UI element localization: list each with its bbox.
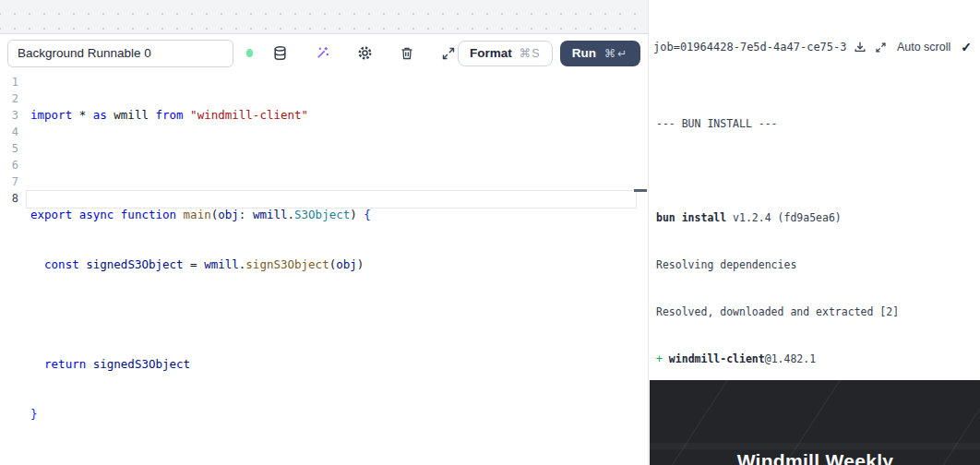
run-button[interactable]: Run ⌘↵ — [560, 41, 640, 66]
code-line: const signedS3Object = wmill.signS3Objec… — [30, 256, 371, 273]
log-line: Resolved, downloaded and extracted [2] — [656, 304, 980, 320]
code-editor[interactable]: 12 34 56 78 import * as wmill from "wind… — [0, 72, 648, 465]
code-line: export async function main(obj: wmill.S3… — [30, 207, 371, 223]
line-number-gutter: 12 34 56 78 — [0, 74, 18, 465]
auto-scroll-label: Auto scroll — [897, 41, 950, 54]
runnable-name-input[interactable] — [7, 40, 233, 67]
log-line: --- BUN INSTALL --- — [656, 116, 980, 132]
expand-logs-icon[interactable] — [873, 40, 889, 55]
job-header-row: job=01964428-7e5d-4a47-ce75-3fae4 Auto s… — [649, 39, 980, 55]
editor-toolbar: Format ⌘S Run ⌘↵ — [0, 34, 648, 72]
code-line: import * as wmill from "windmill-client" — [30, 107, 371, 124]
download-logs-icon[interactable] — [852, 39, 868, 55]
run-shortcut: ⌘↵ — [604, 47, 628, 60]
code-line — [30, 456, 371, 465]
run-label: Run — [572, 46, 596, 60]
ai-wand-icon[interactable] — [313, 43, 332, 63]
code-line — [30, 306, 371, 323]
settings-gear-icon[interactable] — [355, 43, 375, 63]
format-label: Format — [470, 46, 512, 60]
code-line — [30, 157, 371, 173]
preview-decor-band — [650, 443, 980, 449]
auto-scroll-checkmark[interactable]: ✓ — [961, 40, 972, 54]
run-output-panel: job=01964428-7e5d-4a47-ce75-3fae4 Auto s… — [648, 0, 980, 465]
log-line: bun install v1.2.4 (fd9a5ea6) — [656, 210, 980, 226]
code-line: } — [30, 406, 371, 423]
log-line: Resolving dependencies — [656, 257, 980, 273]
delete-trash-icon[interactable] — [398, 44, 416, 63]
app-canvas-dot-grid — [0, 0, 648, 34]
code-line: return signedS3Object — [30, 356, 371, 373]
s3-image-preview: Windmill Weekly — [650, 380, 980, 465]
overview-ruler-cursor — [634, 189, 647, 192]
code-content[interactable]: import * as wmill from "windmill-client"… — [30, 74, 371, 465]
database-icon[interactable] — [270, 43, 290, 63]
preview-title-text: Windmill Weekly — [650, 450, 980, 465]
script-editor-panel: Format ⌘S Run ⌘↵ 12 34 56 78 import * as… — [0, 34, 648, 465]
job-id-link[interactable]: job=01964428-7e5d-4a47-ce75-3fae4 — [653, 41, 847, 54]
format-button[interactable]: Format ⌘S — [458, 41, 553, 66]
connected-status-dot — [246, 49, 253, 57]
format-shortcut: ⌘S — [520, 46, 541, 60]
expand-editor-icon[interactable] — [439, 44, 458, 63]
log-line: + windmill-client@1.482.1 — [656, 352, 980, 367]
